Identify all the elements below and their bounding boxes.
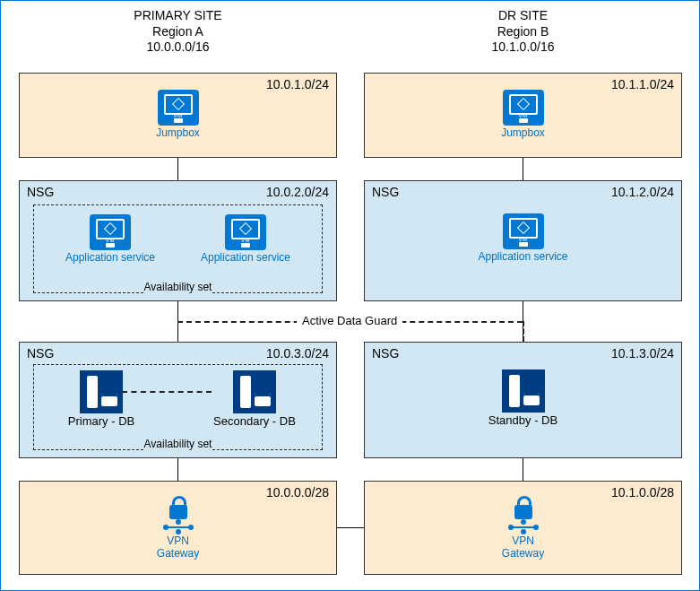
vpn-gateway-icon [507, 496, 540, 534]
primary-app-cidr: 10.0.2.0/24 [266, 185, 329, 199]
dr-db: Standby - DB [479, 369, 568, 428]
vpn-label1: VPN [492, 535, 555, 548]
db-server-icon [502, 369, 545, 413]
avset-label: Availability set [144, 281, 212, 293]
vpn-label2: Gateway [492, 548, 555, 561]
active-data-guard-label: Active Data Guard [297, 314, 402, 327]
primary-vpn-subnet: 10.0.0.0/28 VPN Gateway [19, 481, 337, 575]
primary-db-cidr: 10.0.3.0/24 [266, 346, 329, 361]
connector-vpn [337, 527, 364, 528]
vpn-label1: VPN [147, 535, 210, 548]
primary-title: PRIMARY SITE [19, 8, 337, 24]
app-svc-label: Application service [61, 252, 160, 265]
vpn-gateway-icon [162, 496, 194, 534]
primary-vpn-gateway: VPN Gateway [147, 496, 210, 561]
dr-vpn-subnet: 10.1.0.0/28 VPN Gateway [364, 481, 682, 575]
dr-jump-cidr: 10.1.1.0/24 [611, 77, 674, 91]
jumpbox-label: Jumpbox [143, 127, 214, 140]
primary-jump-cidr: 10.0.1.0/24 [266, 77, 329, 91]
vm-icon: VM [503, 90, 544, 126]
dr-cidr: 10.1.0.0/16 [364, 39, 682, 56]
primary-app-svc1: VM Application service [61, 214, 160, 265]
dr-app-cidr: 10.1.2.0/24 [611, 185, 674, 199]
jumpbox-label: Jumpbox [488, 127, 559, 140]
vpn-label2: Gateway [147, 548, 210, 561]
dr-vpn-gateway: VPN Gateway [492, 496, 555, 561]
primary-jumpbox-subnet: 10.0.1.0/24 VM Jumpbox [19, 73, 337, 158]
vm-icon: VM [503, 213, 544, 249]
primary-db2: Secondary - DB [210, 370, 299, 429]
nsg-label: NSG [27, 185, 54, 199]
avset-label: Availability set [144, 438, 212, 450]
vm-icon: VM [225, 214, 266, 250]
app-svc-label: Application service [196, 252, 295, 265]
dr-region: Region B [364, 24, 682, 40]
connector-db-pair [122, 391, 212, 393]
vm-icon: VM [90, 214, 131, 250]
nsg-label: NSG [27, 346, 54, 361]
dr-db-subnet: NSG 10.1.3.0/24 Standby - DB [364, 342, 682, 458]
connector [523, 458, 523, 481]
primary-app-subnet: NSG 10.0.2.0/24 VM Application service V… [19, 180, 337, 301]
db-label: Standby - DB [479, 414, 568, 428]
primary-jumpbox: VM Jumpbox [143, 90, 214, 140]
app-svc-label: Application service [470, 251, 577, 264]
dr-vpn-cidr: 10.1.0.0/28 [611, 485, 674, 500]
primary-db1: Primary - DB [56, 370, 146, 429]
connector-adg-v [523, 321, 524, 342]
primary-cidr: 10.0.0.0/16 [19, 39, 337, 56]
connector [177, 458, 178, 481]
primary-app-avset: VM Application service VM Application se… [33, 204, 323, 293]
dr-app-svc: VM Application service [470, 213, 577, 264]
primary-db-subnet: NSG 10.0.3.0/24 Primary - DB Secondary -… [19, 342, 337, 458]
vm-icon: VM [158, 90, 199, 126]
primary-app-svc2: VM Application service [196, 214, 295, 265]
connector [177, 158, 178, 180]
nsg-label: NSG [372, 185, 399, 199]
primary-site-header: PRIMARY SITE Region A 10.0.0.0/16 [19, 8, 337, 56]
dr-title: DR SITE [364, 8, 682, 24]
dr-jumpbox-subnet: 10.1.1.0/24 VM Jumpbox [364, 73, 682, 158]
dr-app-subnet: NSG 10.1.2.0/24 VM Application service [364, 180, 682, 301]
db-label: Secondary - DB [210, 415, 299, 429]
db-server-icon [80, 370, 123, 413]
dr-site-header: DR SITE Region B 10.1.0.0/16 [364, 8, 682, 56]
dr-db-cidr: 10.1.3.0/24 [611, 346, 674, 361]
db-server-icon [233, 370, 276, 413]
primary-db-avset: Primary - DB Secondary - DB Availability… [33, 364, 323, 450]
dr-jumpbox: VM Jumpbox [488, 90, 559, 140]
db-label: Primary - DB [56, 415, 146, 429]
primary-vpn-cidr: 10.0.0.0/28 [266, 485, 329, 500]
connector [523, 158, 523, 180]
primary-region: Region A [19, 24, 337, 40]
nsg-label: NSG [372, 346, 399, 361]
